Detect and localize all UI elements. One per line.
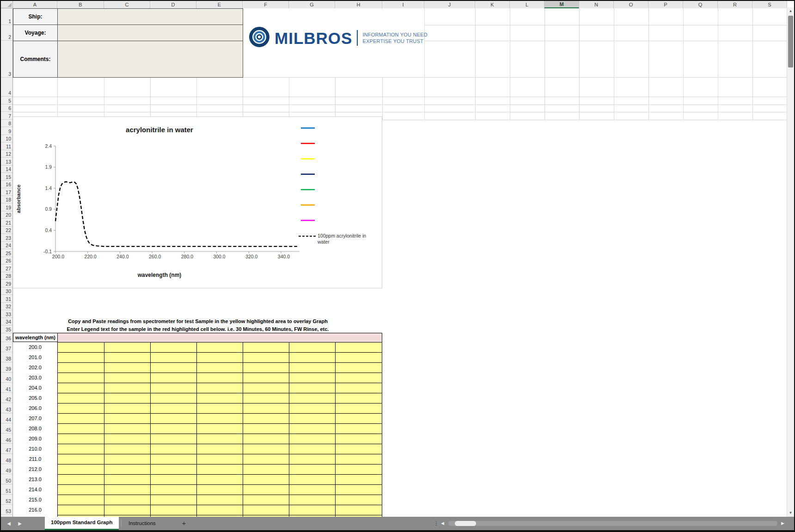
row-header-40[interactable]: 40 — [1, 373, 13, 383]
sample-data-cell[interactable] — [197, 414, 243, 423]
sample-data-cell[interactable] — [104, 505, 150, 515]
sample-data-cell[interactable] — [243, 373, 289, 383]
sample-data-cell[interactable] — [336, 404, 382, 413]
row-header-45[interactable]: 45 — [1, 423, 13, 434]
sample-data-cell[interactable] — [336, 434, 382, 444]
row-header-12[interactable]: 12 — [1, 150, 13, 158]
sample-data-cell[interactable] — [151, 475, 196, 484]
sample-data-cell[interactable] — [151, 485, 196, 495]
row-header-7[interactable]: 7 — [1, 112, 13, 120]
sample-data-cell[interactable] — [243, 444, 289, 454]
column-header-D[interactable]: D — [150, 1, 196, 8]
sample-data-cell[interactable] — [289, 393, 335, 403]
sample-data-cell[interactable] — [336, 465, 382, 474]
column-header-L[interactable]: L — [510, 1, 544, 8]
tab-options-icon[interactable]: ⋮ — [434, 517, 439, 530]
sample-data-cell[interactable] — [197, 485, 243, 495]
row-header-8[interactable]: 8 — [1, 120, 13, 128]
column-header-N[interactable]: N — [579, 1, 614, 8]
sample-data-cell[interactable] — [289, 485, 335, 495]
column-header-M[interactable]: M — [544, 1, 579, 8]
sample-data-cell[interactable] — [104, 393, 150, 403]
sample-data-cell[interactable] — [289, 373, 335, 383]
column-header-F[interactable]: F — [243, 1, 289, 8]
sample-data-cell[interactable] — [151, 434, 196, 444]
sample-data-cell[interactable] — [58, 495, 104, 505]
vscroll-thumb[interactable] — [788, 16, 793, 67]
row-header-10[interactable]: 10 — [1, 135, 13, 143]
column-header-C[interactable]: C — [104, 1, 150, 8]
sample-data-cell[interactable] — [243, 363, 289, 373]
row-header-25[interactable]: 25 — [1, 249, 13, 257]
sample-data-cell[interactable] — [58, 373, 104, 383]
sample-data-cell[interactable] — [151, 495, 196, 505]
column-header-E[interactable]: E — [196, 1, 243, 8]
row-header-38[interactable]: 38 — [1, 352, 13, 362]
row-header-17[interactable]: 17 — [1, 188, 13, 196]
row-header-18[interactable]: 18 — [1, 196, 13, 204]
column-header-B[interactable]: B — [57, 1, 104, 8]
sample-data-cell[interactable] — [104, 383, 150, 393]
sample-data-cell[interactable] — [151, 454, 196, 464]
sample-data-cell[interactable] — [151, 373, 196, 383]
sample-data-cell[interactable] — [289, 353, 335, 362]
sample-data-cell[interactable] — [197, 444, 243, 454]
row-header-9[interactable]: 9 — [1, 127, 13, 135]
sample-data-cell[interactable] — [58, 465, 104, 474]
row-header-19[interactable]: 19 — [1, 203, 13, 211]
sample-data-cell[interactable] — [104, 373, 150, 383]
hscroll-right-icon[interactable]: ▶ — [781, 517, 784, 530]
sample-data-cell[interactable] — [151, 465, 196, 474]
sample-data-cell[interactable] — [151, 404, 196, 413]
sample-data-cell[interactable] — [336, 414, 382, 423]
sample-data-cell[interactable] — [197, 363, 243, 373]
sample-data-cell[interactable] — [58, 342, 104, 352]
legend-text-cell[interactable] — [57, 333, 382, 342]
sample-data-cell[interactable] — [58, 363, 104, 373]
column-header-P[interactable]: P — [648, 1, 683, 8]
vertical-scrollbar[interactable]: ▲ ▼ — [787, 7, 794, 517]
sample-data-cell[interactable] — [197, 342, 243, 352]
sheet-tab-100ppm-standard-graph[interactable]: 100ppm Standard Graph — [45, 517, 119, 530]
column-header-K[interactable]: K — [475, 1, 510, 8]
sample-data-cell[interactable] — [243, 342, 289, 352]
sample-data-cell[interactable] — [197, 424, 243, 434]
row-header-46[interactable]: 46 — [1, 434, 13, 444]
sample-data-cell[interactable] — [289, 414, 335, 423]
sample-data-cell[interactable] — [58, 434, 104, 444]
sample-data-cell[interactable] — [289, 363, 335, 373]
sample-data-cell[interactable] — [151, 505, 196, 515]
sample-data-cell[interactable] — [289, 383, 335, 393]
sample-data-cell[interactable] — [243, 414, 289, 423]
sample-data-cell[interactable] — [151, 424, 196, 434]
row-header-36[interactable]: 36 — [1, 333, 13, 342]
sample-data-cell[interactable] — [197, 505, 243, 515]
sample-data-cell[interactable] — [197, 454, 243, 464]
row-header-39[interactable]: 39 — [1, 362, 13, 373]
row-header-49[interactable]: 49 — [1, 464, 13, 474]
row-header-43[interactable]: 43 — [1, 403, 13, 413]
row-header-52[interactable]: 52 — [1, 495, 13, 505]
sample-data-cell[interactable] — [197, 404, 243, 413]
sample-data-cell[interactable] — [243, 505, 289, 515]
sample-data-cell[interactable] — [58, 444, 104, 454]
sample-data-cell[interactable] — [336, 363, 382, 373]
sample-data-cell[interactable] — [104, 424, 150, 434]
scroll-up-icon[interactable]: ▲ — [787, 7, 794, 15]
sample-data-cell[interactable] — [104, 363, 150, 373]
sample-data-cell[interactable] — [336, 383, 382, 393]
row-header-35[interactable]: 35 — [1, 325, 13, 333]
sample-data-cell[interactable] — [197, 434, 243, 444]
row-header-42[interactable]: 42 — [1, 393, 13, 403]
column-header-S[interactable]: S — [752, 1, 787, 8]
row-header-26[interactable]: 26 — [1, 257, 13, 265]
row-header-29[interactable]: 29 — [1, 280, 13, 287]
column-header-H[interactable]: H — [335, 1, 382, 8]
sample-data-cell[interactable] — [104, 434, 150, 444]
sample-data-cell[interactable] — [243, 353, 289, 362]
row-header-44[interactable]: 44 — [1, 413, 13, 423]
row-header-32[interactable]: 32 — [1, 303, 13, 311]
row-header-48[interactable]: 48 — [1, 454, 13, 464]
column-header-O[interactable]: O — [614, 1, 648, 8]
sample-data-cell[interactable] — [289, 404, 335, 413]
